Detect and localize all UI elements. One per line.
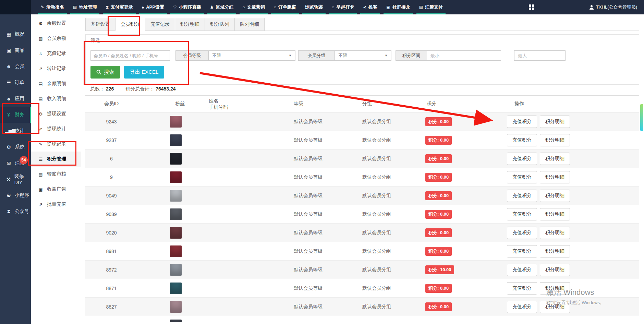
submenu-item-提现设置[interactable]: ⚙提现设置 (31, 106, 81, 121)
actions-cell: 充值积分积分明细 (487, 171, 639, 183)
points-detail-button[interactable]: 积分明细 (540, 153, 570, 165)
submenu-item-转让记录[interactable]: ↗转让记录 (31, 61, 81, 76)
recharge-points-button[interactable]: 充值积分 (507, 134, 537, 146)
recharge-points-button[interactable]: 充值积分 (507, 264, 537, 276)
export-excel-button[interactable]: 导出 EXCEL (124, 66, 164, 79)
submenu-item-收入明细[interactable]: ▤收入明细 (31, 91, 81, 106)
recharge-points-button[interactable]: 充值积分 (507, 208, 537, 220)
member-id: 6 (85, 156, 137, 161)
recharge-points-button[interactable]: 充值积分 (507, 171, 537, 183)
nav-item[interactable]: ♠APP设置 (137, 0, 169, 14)
member-group: 默认会员分组 (347, 285, 412, 291)
points-badge: 积分: 0.00 (425, 210, 452, 219)
nav-item[interactable]: ≺推客 (359, 0, 382, 14)
member-avatar (170, 153, 182, 165)
submenu-item-提现记录[interactable]: ✎提现记录 (31, 136, 81, 152)
search-button[interactable]: 搜索 (90, 66, 120, 79)
member-avatar (170, 116, 182, 128)
member-id: 8972 (85, 267, 137, 273)
recharge-points-button[interactable]: 充值积分 (507, 153, 537, 165)
member-id: 9243 (85, 119, 137, 124)
points-detail-button[interactable]: 积分明细 (540, 227, 570, 239)
points-range-group: 积分区间 (396, 50, 501, 61)
nav-item[interactable]: ○文章营销 (238, 0, 269, 14)
submenu-item-转账审核[interactable]: ▤转账审核 (31, 167, 81, 182)
recharge-points-button[interactable]: 充值积分 (507, 227, 537, 239)
file-icon: ▤ (38, 96, 44, 101)
submenu-item-充值记录[interactable]: ⇩充值记录 (31, 46, 81, 61)
tab-基础设置[interactable]: 基础设置 (85, 18, 116, 31)
nav-item[interactable]: ⧗支付宝登录 (101, 0, 137, 14)
nav-item[interactable]: 浏览轨迹 (301, 0, 327, 14)
nav-item[interactable]: ▤地址管理 (69, 0, 101, 14)
member-group: 默认会员分组 (347, 211, 412, 217)
sidebar-item-小程序[interactable]: ☯小程序 (0, 187, 31, 203)
submenu-item-会员余额[interactable]: ▥会员余额 (31, 31, 81, 46)
points-detail-button[interactable]: 积分明细 (540, 245, 570, 257)
points-detail-button[interactable]: 积分明细 (540, 190, 570, 202)
member-level-select[interactable]: 不限 ▼ (209, 50, 295, 61)
submenu-item-积分管理[interactable]: ☰积分管理 (31, 152, 81, 167)
sidebar-item-会员[interactable]: ☻会员 (0, 58, 31, 74)
sidebar-item-订单[interactable]: ☰订单 (0, 74, 31, 91)
sidebar-item-label: 应用 (15, 96, 24, 102)
points-detail-button[interactable]: 积分明细 (540, 116, 570, 128)
points-detail-button[interactable]: 积分明细 (540, 134, 570, 146)
keyword-input[interactable] (90, 50, 170, 61)
submenu-item-余额明细[interactable]: ▤余额明细 (31, 76, 81, 91)
recharge-points-button[interactable]: 充值积分 (507, 245, 537, 257)
sidebar-item-装修DIY[interactable]: ⚒装修DIY (0, 171, 31, 187)
apps-grid-icon[interactable] (529, 4, 534, 10)
member-avatar (170, 227, 182, 239)
tab-会员积分[interactable]: 会员积分 (115, 18, 145, 31)
user-menu[interactable]: TXHL(公众号管理员) (589, 4, 637, 10)
table-row: 9243默认会员等级默认会员分组积分: 0.00充值积分积分明细 (85, 112, 639, 131)
nav-item[interactable]: ▣社群接龙 (382, 0, 414, 14)
sidebar-item-公众号[interactable]: ⧗公众号 (0, 203, 31, 219)
member-avatar (170, 134, 182, 146)
submenu-item-提现统计[interactable]: ⇗提现统计 (31, 121, 81, 136)
recharge-points-button[interactable]: 充值积分 (507, 190, 537, 202)
recharge-points-button[interactable]: 充值积分 (507, 282, 537, 295)
cart-icon: ☰ (5, 80, 12, 85)
member-group: 默认会员分组 (347, 304, 412, 310)
member-level: 默认会员等级 (285, 156, 347, 162)
points-min-input[interactable] (427, 50, 501, 61)
nav-item[interactable]: ○早起打卡 (327, 0, 359, 14)
points-detail-button[interactable]: 积分明细 (540, 264, 570, 276)
member-avatar (170, 190, 182, 202)
tab-充值记录[interactable]: 充值记录 (145, 18, 175, 31)
actions-cell: 充值积分积分明细 (487, 227, 639, 239)
nav-item[interactable]: ▤汇聚支付 (415, 0, 447, 14)
nav-item[interactable]: ✎活动报名 (36, 0, 69, 14)
recharge-points-button[interactable]: 充值积分 (507, 116, 537, 128)
nav-item[interactable]: ♡小程序直播 (169, 0, 206, 14)
book-icon: ▥ (38, 36, 44, 41)
sidebar-item-系统[interactable]: ⚙系统 (0, 139, 31, 155)
points-max-input[interactable] (514, 50, 566, 61)
tab-积分队列[interactable]: 积分队列 (205, 18, 235, 31)
nav-item[interactable]: ○订单飘窗 (269, 0, 301, 14)
fans-cell (137, 134, 206, 146)
sidebar-item-财务[interactable]: ¥财务 (0, 107, 31, 123)
logo-block (0, 0, 31, 14)
tab-积分明细[interactable]: 积分明细 (175, 18, 205, 31)
submenu-item-批量充值[interactable]: ⇗批量充值 (31, 197, 81, 212)
points-detail-button[interactable]: 积分明细 (540, 301, 570, 313)
nav-item[interactable]: ♟区域分红 (206, 0, 238, 14)
member-group-select[interactable]: 不限 ▼ (335, 50, 391, 61)
points-detail-button[interactable]: 积分明细 (540, 208, 570, 220)
sidebar-item-消息[interactable]: ✉消息54 (0, 155, 31, 171)
hourglass-icon: ⧗ (106, 5, 108, 9)
submenu-item-收益广告[interactable]: ▣收益广告 (31, 182, 81, 197)
recharge-points-button[interactable]: 充值积分 (507, 301, 537, 313)
sidebar-item-应用[interactable]: ♣应用 (0, 91, 31, 107)
tab-队列明细[interactable]: 队列明细 (234, 18, 265, 31)
sidebar-item-概况[interactable]: ▦概况 (0, 26, 31, 42)
submenu-item-余额设置[interactable]: ⚙余额设置 (31, 16, 81, 31)
points-detail-button[interactable]: 积分明细 (540, 171, 570, 183)
points-detail-button[interactable]: 积分明细 (540, 282, 570, 295)
sidebar-item-统计[interactable]: ▂▅▇统计 (0, 123, 31, 139)
scrollbar-thumb[interactable] (640, 104, 643, 131)
sidebar-item-商品[interactable]: ▣商品 (0, 42, 31, 58)
